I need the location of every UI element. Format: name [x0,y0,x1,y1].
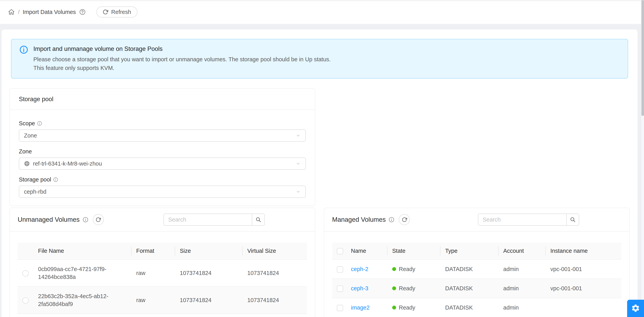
cell-state: Ready [399,304,415,311]
reload-icon [103,9,108,15]
managed-volumes-header: Managed Volumes [324,208,629,232]
chevron-down-icon [296,133,301,138]
cell-file-name: 0cb099aa-cc7e-4721-97f9-14264bce838a [33,259,132,286]
row-radio[interactable] [22,297,29,304]
column-header-virtual-size: Virtual Size [242,242,307,259]
reload-icon [402,217,407,222]
column-header-file-name: File Name [33,242,132,259]
cell-type: DATADISK [440,279,498,298]
unmanaged-search-input[interactable] [164,213,252,226]
cell-account: admin [498,279,546,298]
scrollbar-thumb[interactable] [642,0,644,116]
info-alert: Import and unmanage volume on Storage Po… [11,39,628,79]
page-title: Import Data Volumes [23,9,76,15]
volume-name-link[interactable]: ceph-3 [351,285,368,291]
scope-select[interactable]: Zone [19,129,306,142]
content-panel: Import and unmanage volume on Storage Po… [2,30,638,317]
cell-instance-name: vpc-001-001 [546,279,622,298]
cell-file-name: 22b63c2b-352a-4ec5-ab12-2fa508d4baf9 [33,286,132,314]
scope-field: Scope Zone [19,120,306,142]
home-icon[interactable] [8,9,15,16]
volume-name-link[interactable]: ceph-2 [351,266,368,272]
managed-volumes-table-wrap: Name State Type Account Instance name ce… [324,232,629,317]
unmanaged-volumes-table-wrap: File Name Format Size Virtual Size 0cb09… [10,232,315,314]
state-ready-dot [392,286,396,290]
chevron-down-icon [296,189,301,194]
refresh-button[interactable]: Refresh [96,7,138,18]
managed-info-icon[interactable] [388,217,394,223]
cell-type: DATADISK [440,298,498,317]
pool-select-value: ceph-rbd [24,189,46,195]
managed-search-group [478,213,579,226]
unmanaged-volumes-table: File Name Format Size Virtual Size 0cb09… [18,242,307,314]
select-all-checkbox[interactable] [337,248,343,254]
column-header-account: Account [498,242,546,259]
unmanaged-info-icon[interactable] [82,217,88,223]
storage-pool-card: Storage pool Scope Zone [10,88,315,206]
table-row: ceph-3 Ready DATADISK admin vpc-001-001 [332,279,622,298]
cell-size: 1073741824 [175,286,242,314]
breadcrumb-separator: / [18,9,20,15]
column-header-size: Size [175,242,242,259]
alert-description-line2: This feature only supports KVM. [33,64,331,72]
zone-select[interactable]: ref-trl-6341-k-Mr8-wei-zhou [19,158,306,170]
column-header-instance-name: Instance name [546,242,622,259]
unmanaged-volumes-title: Unmanaged Volumes [18,216,80,223]
scope-info-icon[interactable] [37,121,42,126]
managed-refresh-button[interactable] [399,214,410,225]
gear-icon [631,304,640,313]
state-ready-dot [392,305,396,309]
managed-search-input[interactable] [478,213,567,226]
table-row: ceph-2 Ready DATADISK admin vpc-001-001 [332,259,622,279]
volume-name-link[interactable]: image2 [351,304,370,311]
unmanaged-refresh-button[interactable] [93,214,104,225]
column-header-type: Type [440,242,498,259]
managed-volumes-title: Managed Volumes [332,216,386,223]
cell-state: Ready [399,284,415,292]
unmanaged-volumes-header: Unmanaged Volumes [10,208,315,232]
state-ready-dot [392,267,396,271]
settings-fab-button[interactable] [627,300,644,317]
reload-icon [96,217,101,222]
search-icon [255,217,261,222]
cell-account: admin [498,259,546,279]
cell-virtual-size: 1073741824 [242,259,307,286]
row-checkbox[interactable] [337,305,343,311]
pool-label: Storage pool [19,176,51,183]
cell-format: raw [132,259,175,286]
alert-title: Import and unmanage volume on Storage Po… [33,45,331,53]
pool-info-icon[interactable] [53,177,58,182]
column-header-state: State [388,242,440,259]
managed-volumes-table: Name State Type Account Instance name ce… [332,242,622,317]
cell-virtual-size: 1073741824 [242,286,307,314]
cell-state: Ready [399,265,415,273]
zone-select-value: ref-trl-6341-k-Mr8-wei-zhou [33,160,102,167]
column-header-name: Name [346,242,388,259]
storage-pool-card-title: Storage pool [19,96,54,103]
managed-volumes-card: Managed Volumes [324,208,630,317]
breadcrumb-bar: / Import Data Volumes Refresh [0,0,644,24]
row-checkbox[interactable] [337,285,343,292]
storage-pool-card-header: Storage pool [10,89,315,110]
managed-search-button[interactable] [566,213,579,226]
row-checkbox[interactable] [337,266,343,273]
info-circle-icon [19,45,28,54]
zone-field: Zone ref-trl-6341-k-Mr8-wei-zhou [19,148,306,170]
scope-label: Scope [19,120,35,127]
question-circle-icon[interactable] [79,9,86,15]
table-row: 0cb099aa-cc7e-4721-97f9-14264bce838a raw… [18,259,307,286]
cell-instance-name: vpc-001-001 [546,259,622,279]
column-header-format: Format [132,242,175,259]
row-radio[interactable] [22,270,29,276]
scope-select-value: Zone [24,132,37,139]
unmanaged-search-button[interactable] [252,213,265,226]
unmanaged-search-group [164,213,265,226]
page-scrollbar[interactable] [641,0,644,317]
unmanaged-select-column-header [18,242,33,259]
unmanaged-volumes-card: Unmanaged Volumes [10,208,315,317]
cell-format: raw [132,286,175,314]
chevron-down-icon [296,161,301,166]
cell-account: admin [498,298,546,317]
pool-select[interactable]: ceph-rbd [19,186,306,198]
search-icon [570,217,576,222]
